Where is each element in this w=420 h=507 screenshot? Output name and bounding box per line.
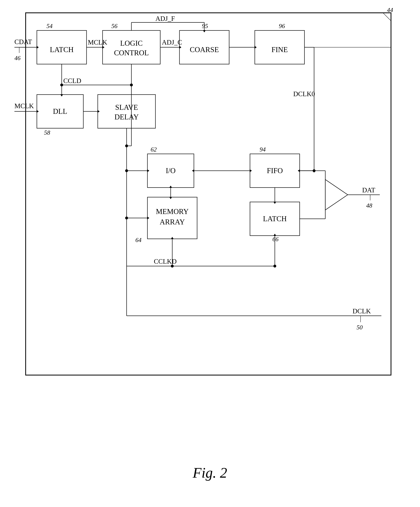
ref-94: 94 xyxy=(259,146,266,153)
ref-56: 56 xyxy=(111,23,118,29)
logic-control-block xyxy=(103,30,160,64)
dat-label: DAT xyxy=(362,186,375,194)
fine-label: FINE xyxy=(272,46,288,54)
ref-44: 44 xyxy=(387,7,393,13)
mem-label-2: ARRAY xyxy=(160,218,185,226)
ref-46: 46 xyxy=(14,55,21,61)
svg-point-182 xyxy=(273,265,276,268)
slave-label-1: SLAVE xyxy=(115,103,138,111)
coarse-label: COARSE xyxy=(190,46,219,54)
cdat-label: CDAT xyxy=(14,38,32,46)
mclk-input-label: MCLK xyxy=(14,102,34,110)
dclk0-label: DCLK0 xyxy=(293,90,315,98)
ccld-label: CCLD xyxy=(63,77,81,84)
dclk-label: DCLK xyxy=(353,307,371,315)
main-diagram: LATCH 54 LOGIC CONTROL 56 COARSE 95 FINE… xyxy=(0,0,420,507)
ref-58: 58 xyxy=(44,129,50,136)
slave-delay-block xyxy=(98,95,155,128)
ref-64: 64 xyxy=(135,237,141,243)
ref-54: 54 xyxy=(47,23,53,29)
mclk-mid-label: MCLK xyxy=(88,39,107,46)
dll-label: DLL xyxy=(53,107,67,115)
svg-point-179 xyxy=(171,265,174,268)
ref-62: 62 xyxy=(151,146,157,153)
logic-label-2: CONTROL xyxy=(114,49,149,57)
figure-caption: Fig. 2 xyxy=(193,465,227,481)
ref-96: 96 xyxy=(279,23,285,29)
mem-label-1: MEMORY xyxy=(156,207,189,216)
adj-f-label: ADJ_F xyxy=(155,15,175,22)
ref-66: 66 xyxy=(273,236,279,243)
svg-rect-117 xyxy=(0,0,420,507)
ref-95: 95 xyxy=(202,23,208,29)
io-label: I/O xyxy=(166,167,175,175)
fifo-label: FIFO xyxy=(267,167,283,175)
ref-48: 48 xyxy=(366,202,372,209)
latch2-label: LATCH xyxy=(263,215,287,223)
slave-label-2: DELAY xyxy=(114,113,139,121)
adj-c-label: ADJ_C xyxy=(162,39,182,46)
ref-50: 50 xyxy=(357,324,363,331)
latch-label: LATCH xyxy=(50,46,74,54)
logic-label-1: LOGIC xyxy=(120,39,143,47)
cclkd-label: CCLKD xyxy=(154,258,177,265)
